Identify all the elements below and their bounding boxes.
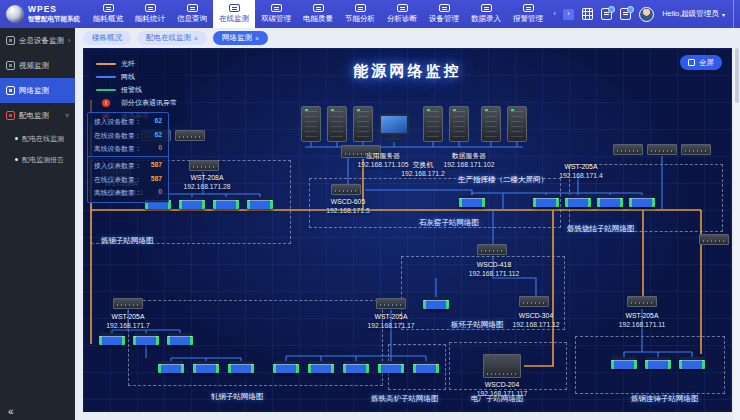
led-switch-node[interactable] bbox=[343, 364, 369, 373]
user-menu[interactable]: Hello,超级管理员 ▾ bbox=[662, 9, 725, 19]
message-icon[interactable] bbox=[601, 8, 612, 20]
nav-item-双碳管理[interactable]: 双碳管理 bbox=[255, 0, 297, 28]
led-switch-node[interactable] bbox=[273, 364, 299, 373]
led-switch-node[interactable] bbox=[167, 336, 193, 345]
device-label-WST-205A[interactable]: WST-205A192.168.171.17 bbox=[367, 312, 414, 330]
sidebar-collapse-icon[interactable]: « bbox=[8, 406, 13, 417]
server-rack[interactable] bbox=[507, 106, 527, 142]
sidebar-subitem-label: 配电监测报告 bbox=[22, 155, 64, 165]
sidebar-subitem-配电监测报告[interactable]: 配电监测报告 bbox=[0, 149, 75, 170]
switch-node[interactable] bbox=[647, 144, 677, 155]
notification-icon[interactable] bbox=[620, 8, 631, 20]
switch-node[interactable] bbox=[376, 298, 406, 309]
server-rack[interactable] bbox=[353, 106, 373, 142]
led-switch-node[interactable] bbox=[247, 200, 273, 209]
user-avatar[interactable] bbox=[639, 7, 654, 22]
nav-item-能耗概览[interactable]: 能耗概览 bbox=[87, 0, 129, 28]
switch-node[interactable] bbox=[175, 130, 205, 141]
sidebar-item-配电监测[interactable]: 配电监测˅ bbox=[0, 103, 75, 128]
switch-node[interactable] bbox=[113, 298, 143, 309]
led-switch-node[interactable] bbox=[629, 198, 655, 207]
close-icon[interactable]: × bbox=[255, 35, 259, 42]
switch-node[interactable] bbox=[681, 144, 711, 155]
led-switch-node[interactable] bbox=[158, 364, 184, 373]
tab-配电在线监测[interactable]: 配电在线监测× bbox=[137, 31, 207, 45]
led-switch-node[interactable] bbox=[565, 198, 591, 207]
globe-logo-icon bbox=[6, 5, 24, 23]
nav-item-电能质量[interactable]: 电能质量 bbox=[297, 0, 339, 28]
device-label-WST-208A[interactable]: WST-208A192.168.171.28 bbox=[183, 173, 230, 191]
led-switch-node[interactable] bbox=[679, 360, 705, 369]
apps-grid-icon[interactable] bbox=[582, 8, 593, 20]
device-name: WSCD-304 bbox=[512, 311, 559, 320]
switch-node[interactable] bbox=[627, 296, 657, 307]
tab-楼栋概况[interactable]: 楼栋概况 bbox=[83, 31, 131, 45]
fullscreen-button[interactable]: 全屏 bbox=[680, 55, 722, 70]
device-label-WSCD-418[interactable]: WSCD-418192.168.171.112 bbox=[469, 260, 520, 278]
led-switch-node[interactable] bbox=[99, 336, 125, 345]
sidebar-item-网络监测[interactable]: 网络监测 bbox=[0, 78, 75, 103]
close-icon[interactable]: × bbox=[194, 35, 198, 42]
scrollbar-track[interactable] bbox=[734, 48, 740, 420]
stat-row: 接入设备数量：62 bbox=[94, 117, 162, 127]
led-switch-node[interactable] bbox=[611, 360, 637, 369]
led-switch-node[interactable] bbox=[213, 200, 239, 209]
led-switch-node[interactable] bbox=[193, 364, 219, 373]
led-switch-node[interactable] bbox=[308, 364, 334, 373]
nav-item-数据录入[interactable]: 数据录入 bbox=[465, 0, 507, 28]
led-switch-node[interactable] bbox=[413, 364, 439, 373]
led-switch-node[interactable] bbox=[179, 200, 205, 209]
led-switch-node[interactable] bbox=[533, 198, 559, 207]
sidebar-subitem-配电在线监测[interactable]: 配电在线监测 bbox=[0, 128, 75, 149]
app-header: WPES 智慧配电节能系统 能耗概览能耗统计信息查询在线监测双碳管理电能质量节能… bbox=[0, 0, 740, 28]
server-rack[interactable] bbox=[423, 106, 443, 142]
nav-item-分析诊断[interactable]: 分析诊断 bbox=[381, 0, 423, 28]
switch-node[interactable] bbox=[477, 244, 507, 255]
led-switch-node[interactable] bbox=[423, 300, 449, 309]
device-name: WSCD-418 bbox=[469, 260, 520, 269]
server-rack[interactable] bbox=[301, 106, 321, 142]
nav-prev-icon[interactable]: ‹ bbox=[549, 9, 560, 20]
logout-button[interactable]: 退出 bbox=[733, 0, 740, 28]
server-rack[interactable] bbox=[481, 106, 501, 142]
sidebar-item-全息设备监测[interactable]: 全息设备监测› bbox=[0, 28, 75, 53]
switch-node[interactable] bbox=[699, 234, 729, 245]
nav-item-能耗统计[interactable]: 能耗统计 bbox=[129, 0, 171, 28]
device-ip: 192.168.171.28 bbox=[183, 182, 230, 191]
nav-item-设备管理[interactable]: 设备管理 bbox=[423, 0, 465, 28]
led-switch-node[interactable] bbox=[228, 364, 254, 373]
switch-node[interactable] bbox=[483, 354, 521, 378]
device-label-WST-205A[interactable]: WST-205A192.168.171.7 bbox=[106, 312, 149, 330]
device-label-WSCD-204[interactable]: WSCD-204192.168.171.117 bbox=[477, 380, 528, 398]
device-label-WST-205A[interactable]: WST-205A192.168.171.4 bbox=[559, 162, 602, 180]
nav-next-icon[interactable]: › bbox=[563, 9, 574, 20]
nav-item-报警管理[interactable]: 报警管理 bbox=[507, 0, 549, 28]
device-label-WST-205A[interactable]: WST-205A192.168.171.11 bbox=[619, 311, 666, 329]
sidebar-subitem-label: 配电在线监测 bbox=[22, 134, 64, 144]
server-rack[interactable] bbox=[449, 106, 469, 142]
switch-node[interactable] bbox=[613, 144, 643, 155]
device-label-WSCD-605[interactable]: WSCD-605192.168.171.5 bbox=[326, 197, 369, 215]
nav-item-信息查询[interactable]: 信息查询 bbox=[171, 0, 213, 28]
led-switch-node[interactable] bbox=[459, 198, 485, 207]
switch-node[interactable] bbox=[331, 184, 361, 195]
statistics-icon bbox=[145, 4, 156, 12]
led-switch-node[interactable] bbox=[645, 360, 671, 369]
tab-网络监测[interactable]: 网络监测× bbox=[213, 31, 268, 45]
device-label-数据服务器[interactable]: 数据服务器192.168.171.102 bbox=[443, 151, 494, 169]
device-mgmt-icon bbox=[439, 4, 450, 12]
scrollbar-thumb[interactable] bbox=[735, 48, 739, 103]
device-label-WSCD-304[interactable]: WSCD-304192.168.171.12 bbox=[512, 311, 559, 329]
nav-item-在线监测[interactable]: 在线监测 bbox=[213, 0, 255, 28]
stat-label: 在线设备数量： bbox=[94, 131, 142, 141]
switch-node[interactable] bbox=[519, 296, 549, 307]
sidebar-item-视频监测[interactable]: 视频监测 bbox=[0, 53, 75, 78]
switch-node[interactable] bbox=[189, 160, 219, 171]
device-label-交换机[interactable]: 交换机192.168.171.2 bbox=[401, 160, 444, 178]
led-switch-node[interactable] bbox=[133, 336, 159, 345]
nav-item-节能分析[interactable]: 节能分析 bbox=[339, 0, 381, 28]
server-rack[interactable] bbox=[327, 106, 347, 142]
led-switch-node[interactable] bbox=[597, 198, 623, 207]
led-switch-node[interactable] bbox=[378, 364, 404, 373]
monitor-workstation[interactable] bbox=[379, 114, 409, 135]
